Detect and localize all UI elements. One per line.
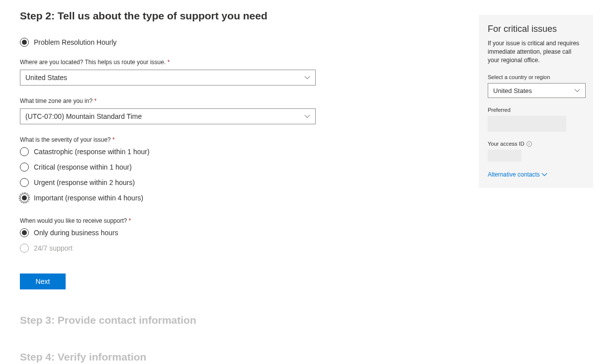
timezone-value: (UTC-07:00) Mountain Standard Time [25,112,142,120]
radio-catastrophic[interactable]: Catastrophic (response within 1 hour) [20,147,459,156]
radio-icon [20,147,29,156]
radio-urgent[interactable]: Urgent (response within 2 hours) [20,178,459,187]
chevron-down-icon [304,113,310,119]
country-region-select[interactable]: United States [488,83,586,98]
timezone-label: What time zone are you in? * [20,97,459,104]
country-region-value: United States [493,87,532,94]
timezone-select[interactable]: (UTC-07:00) Mountain Standard Time [20,108,316,124]
location-group: Where are you located? This helps us rou… [20,59,459,86]
step-3-title: Step 3: Provide contact information [20,314,459,326]
step-2-title: Step 2: Tell us about the type of suppor… [20,10,459,22]
support-time-label: When would you like to receive support? … [20,217,459,224]
chevron-down-icon [574,88,580,93]
access-id-label: Your access ID i [488,141,584,147]
location-select[interactable]: United States [20,70,316,86]
critical-issues-title: For critical issues [488,24,584,34]
severity-group: What is the severity of your issue? * Ca… [20,136,459,202]
radio-label: Only during business hours [34,229,118,237]
radio-problem-resolution-hourly[interactable]: Problem Resolution Hourly [20,38,459,47]
radio-icon [20,163,29,172]
support-type-group: Problem Resolution Hourly [20,38,459,47]
radio-business-hours[interactable]: Only during business hours [20,228,459,237]
radio-icon [20,193,29,202]
radio-icon [20,38,29,47]
radio-label: Catastrophic (response within 1 hour) [34,148,150,156]
radio-critical[interactable]: Critical (response within 1 hour) [20,163,459,172]
step-4-title: Step 4: Verify information [20,351,459,363]
critical-issues-panel: For critical issues If your issue is cri… [479,15,593,188]
radio-label: Important (response within 4 hours) [34,194,143,202]
location-value: United States [25,74,67,82]
location-label: Where are you located? This helps us rou… [20,59,459,66]
info-icon[interactable]: i [526,141,532,147]
chevron-down-icon [304,75,310,81]
radio-icon [20,228,29,237]
radio-247-support: 24/7 support [20,244,459,253]
chevron-down-icon [541,172,547,178]
support-time-group: When would you like to receive support? … [20,217,459,253]
next-button[interactable]: Next [20,273,66,289]
critical-issues-text: If your issue is critical and requires i… [488,39,584,64]
alternative-contacts-link[interactable]: Alternative contacts [488,171,547,178]
timezone-group: What time zone are you in? * (UTC-07:00)… [20,97,459,124]
preferred-label: Preferred [488,107,584,113]
radio-label: 24/7 support [34,244,73,252]
radio-icon [20,244,29,253]
severity-label: What is the severity of your issue? * [20,136,459,143]
radio-label: Critical (response within 1 hour) [34,163,132,171]
country-region-label: Select a country or region [488,74,584,80]
access-id-placeholder [488,150,522,162]
radio-label: Problem Resolution Hourly [34,38,117,46]
radio-label: Urgent (response within 2 hours) [34,179,135,186]
preferred-placeholder [488,116,566,132]
radio-icon [20,178,29,187]
radio-important[interactable]: Important (response within 4 hours) [20,193,459,202]
